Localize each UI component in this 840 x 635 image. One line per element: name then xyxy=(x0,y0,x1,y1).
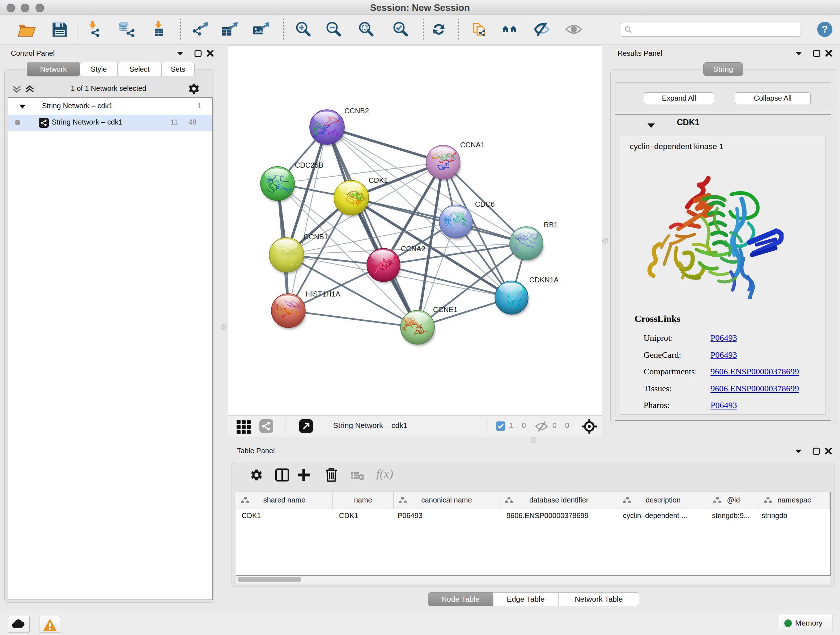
svg-text:CCNA1: CCNA1 xyxy=(460,141,485,149)
svg-text:CDKN1A: CDKN1A xyxy=(529,276,559,284)
svg-text:CCNA2: CCNA2 xyxy=(401,245,425,253)
svg-text:CCNB1: CCNB1 xyxy=(303,233,328,241)
svg-text:CDK1: CDK1 xyxy=(369,176,388,184)
svg-text:?: ? xyxy=(821,24,828,35)
svg-text:CCNB2: CCNB2 xyxy=(344,107,369,115)
svg-text:CCNE1: CCNE1 xyxy=(433,306,458,314)
svg-text:RB1: RB1 xyxy=(544,221,558,229)
svg-text:HIST1H1A: HIST1H1A xyxy=(306,290,340,298)
svg-text:CDC25B: CDC25B xyxy=(295,161,324,169)
svg-text:CDC6: CDC6 xyxy=(475,200,494,208)
